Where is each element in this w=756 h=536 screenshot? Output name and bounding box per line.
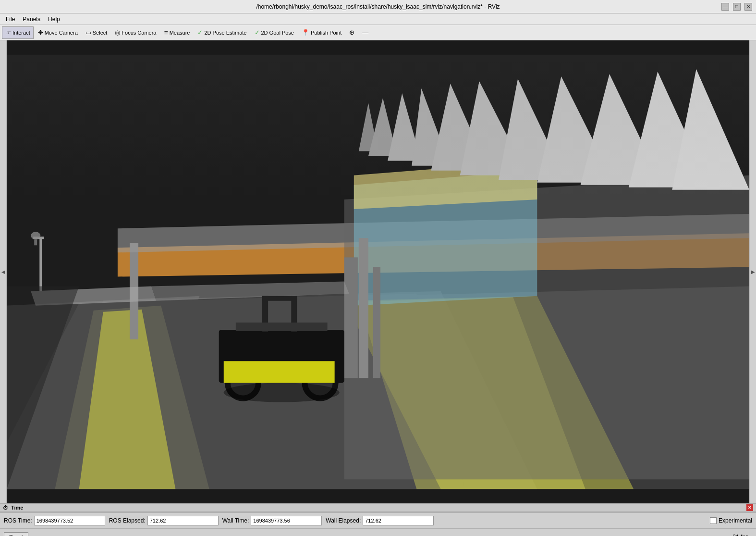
window-controls: — □ ✕ <box>721 3 752 11</box>
pose-estimate-button[interactable]: ✓ 2D Pose Estimate <box>194 26 250 39</box>
wall-elapsed-group: Wall Elapsed: <box>326 516 434 525</box>
extra-dash-button[interactable]: — <box>359 26 372 39</box>
reset-button[interactable]: Reset <box>4 532 28 536</box>
wall-time-group: Wall Time: <box>222 516 322 525</box>
menu-file[interactable]: File <box>2 15 19 24</box>
pose-estimate-icon: ✓ <box>197 29 203 36</box>
interact-button[interactable]: ☞ Interact <box>2 26 34 39</box>
main-area: ◀ <box>0 40 756 503</box>
interact-icon: ☞ <box>5 29 11 36</box>
move-camera-icon: ✥ <box>38 29 43 36</box>
select-label: Select <box>93 30 108 36</box>
goal-pose-icon: ✓ <box>255 29 260 36</box>
ros-elapsed-label: ROS Elapsed: <box>109 517 146 524</box>
toolbar: ☞ Interact ✥ Move Camera ▭ Select ◎ Focu… <box>0 25 756 40</box>
svg-rect-27 <box>359 238 368 378</box>
goal-pose-label: 2D Goal Pose <box>261 30 294 36</box>
measure-button[interactable]: ≡ Measure <box>160 26 193 39</box>
3d-viewport[interactable] <box>7 40 749 503</box>
wall-elapsed-input[interactable] <box>363 516 434 525</box>
menu-help[interactable]: Help <box>44 15 64 24</box>
svg-rect-26 <box>344 257 358 378</box>
goal-pose-button[interactable]: ✓ 2D Goal Pose <box>251 26 297 39</box>
focus-camera-button[interactable]: ◎ Focus Camera <box>111 26 159 39</box>
svg-point-33 <box>31 232 40 239</box>
focus-camera-label: Focus Camera <box>122 30 156 36</box>
focus-camera-icon: ◎ <box>115 29 120 36</box>
time-icon: ⏱ <box>3 505 8 511</box>
dash-icon: — <box>362 29 368 36</box>
menubar: File Panels Help <box>0 13 756 25</box>
experimental-checkbox[interactable] <box>710 517 717 524</box>
publish-point-icon: 📍 <box>302 29 309 36</box>
interact-label: Interact <box>12 30 30 36</box>
add-icon: ⊕ <box>349 29 354 36</box>
timebar-header: ⏱ Time ✕ <box>0 503 756 512</box>
wall-time-label: Wall Time: <box>222 517 249 524</box>
svg-marker-40 <box>224 361 335 383</box>
right-panel-toggle[interactable]: ▶ <box>749 40 756 503</box>
svg-rect-44 <box>236 323 328 331</box>
pose-estimate-label: 2D Pose Estimate <box>204 30 246 36</box>
timebar: ROS Time: ROS Elapsed: Wall Time: Wall E… <box>0 512 756 528</box>
titlebar: /home/rbonghi/husky_demo/isaac_ros/insta… <box>0 0 756 13</box>
titlebar-title: /home/rbonghi/husky_demo/isaac_ros/insta… <box>256 3 500 10</box>
svg-rect-46 <box>7 55 749 199</box>
svg-rect-28 <box>373 267 380 378</box>
select-icon: ▭ <box>85 29 91 36</box>
maximize-button[interactable]: □ <box>733 3 741 11</box>
timebar-title: Time <box>11 505 23 511</box>
move-camera-label: Move Camera <box>45 30 78 36</box>
select-button[interactable]: ▭ Select <box>82 26 111 39</box>
svg-point-45 <box>224 383 340 402</box>
publish-point-button[interactable]: 📍 Publish Point <box>298 26 345 39</box>
ros-time-label: ROS Time: <box>4 517 32 524</box>
wall-elapsed-label: Wall Elapsed: <box>326 517 361 524</box>
publish-point-label: Publish Point <box>311 30 341 36</box>
move-camera-button[interactable]: ✥ Move Camera <box>35 26 81 39</box>
minimize-button[interactable]: — <box>721 3 729 11</box>
close-button[interactable]: ✕ <box>744 3 752 11</box>
experimental-label: Experimental <box>719 517 752 524</box>
ros-elapsed-group: ROS Elapsed: <box>109 516 219 525</box>
scene-visualization <box>7 40 749 503</box>
experimental-group: Experimental <box>710 517 752 524</box>
statusbar: Reset 31 fps <box>0 528 756 536</box>
extra-add-button[interactable]: ⊕ <box>346 26 358 39</box>
svg-rect-34 <box>34 239 37 245</box>
timebar-close-button[interactable]: ✕ <box>746 504 753 511</box>
left-panel-toggle[interactable]: ◀ <box>0 40 7 503</box>
fps-display: 31 fps <box>732 534 752 536</box>
measure-icon: ≡ <box>164 29 168 37</box>
ros-time-input[interactable] <box>34 516 105 525</box>
ros-elapsed-input[interactable] <box>147 516 219 525</box>
svg-rect-43 <box>262 296 297 301</box>
menu-panels[interactable]: Panels <box>19 15 44 24</box>
measure-label: Measure <box>170 30 190 36</box>
ros-time-group: ROS Time: <box>4 516 105 525</box>
svg-rect-31 <box>39 238 42 291</box>
wall-time-input[interactable] <box>251 516 322 525</box>
